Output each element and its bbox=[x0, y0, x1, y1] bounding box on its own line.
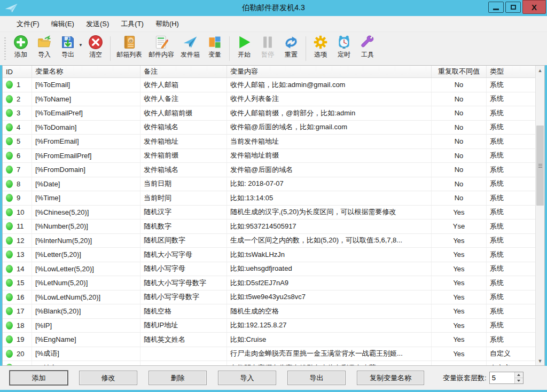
cell-id: 6 bbox=[3, 149, 32, 163]
export-button[interactable]: 导出 bbox=[56, 33, 80, 64]
table-row[interactable]: 10[%Chinese(5,20)]随机汉字随机生成的汉字,(5,20)为长度区… bbox=[3, 206, 535, 220]
cell-repeat: Yes bbox=[432, 248, 487, 262]
scroll-up-icon[interactable]: ▲ bbox=[536, 66, 544, 75]
menu-edit[interactable]: 编辑(E) bbox=[45, 17, 80, 32]
pause-button[interactable]: 暂停 bbox=[256, 33, 279, 64]
table-row[interactable]: 4[%ToDomain]收件箱域名收件箱@后面的域名，比如:gmail.comN… bbox=[3, 121, 535, 135]
table-row[interactable]: 5[%FromEmail]发件箱地址当前发件箱地址No系统 bbox=[3, 135, 535, 149]
table-row[interactable]: 8[%Date]当前日期比如: 2018-07-07No系统 bbox=[3, 177, 535, 192]
header-name[interactable]: 变量名称 bbox=[32, 66, 140, 77]
tools-button[interactable]: 工具 bbox=[356, 33, 379, 64]
variable-button[interactable]: 变量 bbox=[203, 33, 226, 64]
cell-content: 行尸走肉金蝉脱壳百里挑一金玉满堂背水一战霸王别姬... bbox=[227, 347, 432, 361]
close-button[interactable]: X bbox=[522, 0, 546, 14]
nest-depth-spinner bbox=[489, 372, 523, 384]
scrollbar-track[interactable] bbox=[536, 75, 544, 356]
mailbox-list-icon: @ bbox=[122, 35, 137, 50]
scroll-down-icon[interactable]: ▼ bbox=[536, 356, 544, 365]
svg-text:@: @ bbox=[129, 38, 133, 43]
variable-label: 变量 bbox=[208, 50, 221, 59]
menu-help[interactable]: 帮助(H) bbox=[150, 17, 185, 32]
header-note[interactable]: 备注 bbox=[140, 66, 227, 77]
header-type[interactable]: 类型 bbox=[487, 66, 535, 77]
export-dropdown-caret-icon[interactable]: ▼ bbox=[79, 43, 83, 48]
table-row[interactable]: 19[%EngName]随机英文姓名比如:CruiseYes系统 bbox=[3, 333, 535, 347]
table-row[interactable]: 13[%Letter(5,20)]随机大小写字母比如:tsWakLHzJnYes… bbox=[3, 248, 535, 262]
timer-button[interactable]: 定时 bbox=[332, 33, 356, 64]
table-row[interactable]: 14[%LowLetter(5,20)]随机小写字母比如:uehsgdfjroa… bbox=[3, 262, 535, 277]
cell-repeat: Yes bbox=[432, 304, 487, 318]
cell-name: [%InterNum(5,20)] bbox=[32, 234, 140, 248]
footer-add-button[interactable]: 添加 bbox=[10, 371, 68, 385]
footer-modify-button[interactable]: 修改 bbox=[79, 371, 137, 385]
status-dot-icon bbox=[6, 222, 13, 230]
reset-label: 重置 bbox=[285, 50, 298, 59]
options-button[interactable]: 选项 bbox=[309, 33, 332, 64]
cell-type: 系统 bbox=[487, 319, 535, 333]
pause-icon bbox=[260, 35, 275, 50]
table-row[interactable]: 15[%LetNum(5,20)]随机大小写字母数字比如:D5sf2EJ7nA9… bbox=[3, 276, 535, 291]
minimize-button[interactable] bbox=[488, 2, 504, 13]
cell-type: 系统 bbox=[487, 135, 535, 148]
table-row[interactable]: 17[%Blank(5,20)]随机空格随机生成的空格Yes系统 bbox=[3, 304, 535, 319]
cell-type: 系统 bbox=[487, 276, 535, 290]
toolbar-separator bbox=[229, 36, 230, 61]
cell-content: 比如:13:14:05 bbox=[227, 191, 432, 205]
header-id[interactable]: ID bbox=[3, 66, 32, 77]
menu-file[interactable]: 文件(F) bbox=[11, 17, 45, 32]
table-body: 1[%ToEmail]收件人邮箱收件人邮箱，比如:admin@gmail.com… bbox=[3, 78, 535, 365]
scrollbar-thumb[interactable] bbox=[536, 126, 544, 206]
import-button[interactable]: 导入 bbox=[33, 33, 56, 64]
table-row[interactable]: 9[%Time]当前时间比如:13:14:05No系统 bbox=[3, 191, 535, 206]
start-icon bbox=[237, 35, 252, 50]
table-row[interactable]: 12[%InterNum(5,20)]随机区间数字生成一个区间之内的数，比如(5… bbox=[3, 234, 535, 248]
table-row[interactable]: 16[%LowLetNum(5,20)]随机小写字母数字比如:t5we9e43y… bbox=[3, 291, 535, 305]
sender-icon bbox=[183, 35, 198, 50]
footer-copy-name-button[interactable]: 复制变量名称 bbox=[357, 371, 424, 385]
add-button[interactable]: 添加 bbox=[9, 33, 33, 64]
footer-delete-button[interactable]: 删除 bbox=[149, 371, 207, 385]
table-row[interactable]: 2[%ToName]收件人备注收件人列表备注No系统 bbox=[3, 92, 535, 107]
cell-name: [%ToName] bbox=[32, 92, 140, 106]
header-content[interactable]: 变量内容 bbox=[227, 66, 432, 77]
table-row[interactable]: 21[%姓名]白敬明白宫娜白俊豪白姚引白小伟白彩霞白小菊Yes自定义 bbox=[3, 361, 535, 365]
cell-content: 随机生成的汉字,(5,20)为长度区间，可以根据需要修改 bbox=[227, 206, 432, 219]
sender-button[interactable]: 发件箱 bbox=[177, 33, 203, 64]
table-row[interactable]: 1[%ToEmail]收件人邮箱收件人邮箱，比如:admin@gmail.com… bbox=[3, 78, 535, 92]
status-dot-icon bbox=[6, 279, 13, 287]
header-repeat[interactable]: 重复取不同值 bbox=[432, 66, 487, 77]
spinner-down-icon[interactable] bbox=[515, 378, 523, 383]
nest-depth-input[interactable] bbox=[490, 372, 514, 383]
mail-content-button[interactable]: 邮件内容 bbox=[145, 33, 177, 64]
cell-name: [%Number(5,20)] bbox=[32, 219, 140, 233]
cell-repeat: Yes bbox=[432, 262, 487, 276]
cell-name: [%Blank(5,20)] bbox=[32, 304, 140, 318]
status-dot-icon bbox=[6, 152, 13, 160]
cell-content: 发件箱@后面的域名 bbox=[227, 163, 432, 177]
cell-repeat: Yes bbox=[432, 319, 487, 333]
table-row[interactable]: 20[%成语]行尸走肉金蝉脱壳百里挑一金玉满堂背水一战霸王别姬...Yes自定义 bbox=[3, 347, 535, 362]
cell-note: 随机大小写字母数字 bbox=[140, 276, 227, 290]
clear-button[interactable]: 清空 bbox=[84, 33, 107, 64]
footer-export-button[interactable]: 导出 bbox=[287, 371, 346, 385]
mailbox-list-button[interactable]: @ 邮箱列表 bbox=[113, 33, 145, 64]
cell-note bbox=[140, 347, 227, 361]
cell-note: 随机区间数字 bbox=[140, 234, 227, 248]
reset-button[interactable]: 重置 bbox=[279, 33, 303, 64]
table-row[interactable]: 18[%IP]随机IP地址比如:192.125.8.27Yes系统 bbox=[3, 319, 535, 333]
cell-content: 比如: 2018-07-07 bbox=[227, 177, 432, 191]
table-row[interactable]: 6[%FromEmailPref]发件箱前缀发件箱地址前缀No系统 bbox=[3, 149, 535, 163]
import-label: 导入 bbox=[38, 50, 51, 59]
footer-import-button[interactable]: 导入 bbox=[218, 371, 276, 385]
menu-tools[interactable]: 工具(T) bbox=[115, 17, 150, 32]
vertical-scrollbar[interactable]: ▲ ▼ bbox=[535, 66, 544, 365]
start-button[interactable]: 开始 bbox=[232, 33, 256, 64]
menu-send[interactable]: 发送(S) bbox=[80, 17, 115, 32]
maximize-button[interactable] bbox=[505, 2, 521, 13]
cell-id: 16 bbox=[3, 291, 32, 304]
table-row[interactable]: 7[%FromDomain]发件箱域名发件箱@后面的域名No系统 bbox=[3, 163, 535, 177]
table-row[interactable]: 11[%Number(5,20)]随机数字比如:9537214505917Yse… bbox=[3, 219, 535, 234]
toolbar-grip[interactable] bbox=[3, 37, 7, 60]
table-row[interactable]: 3[%ToEmailPref]收件人邮箱前缀收件人邮箱前缀，@前部分，比如:ad… bbox=[3, 106, 535, 121]
spinner-up-icon[interactable] bbox=[515, 372, 523, 378]
